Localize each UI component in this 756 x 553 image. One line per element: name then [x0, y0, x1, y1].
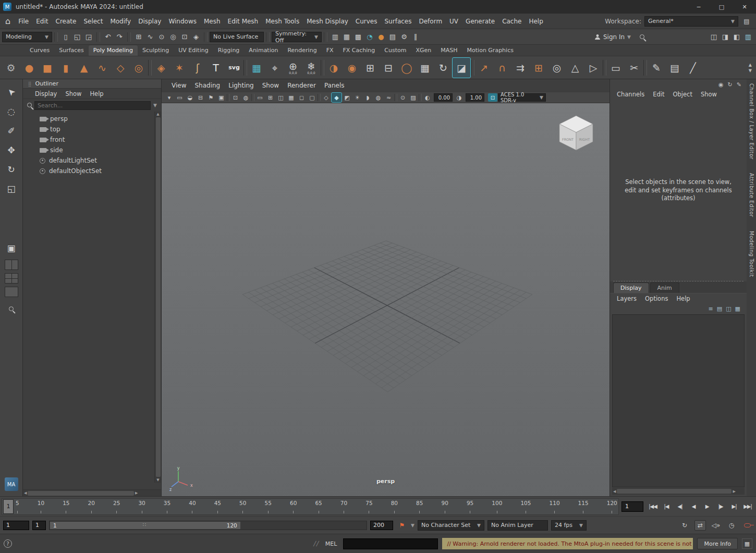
titlebar[interactable]: M untitled* - Autodesk MAYA 2024: untitl…: [0, 0, 756, 14]
shelf-scroll-up-icon[interactable]: ▲: [749, 63, 752, 67]
shelf-scroll-down-icon[interactable]: ▼: [749, 68, 752, 73]
snap-to-point-icon[interactable]: ⊙: [156, 31, 167, 43]
paint-select-tool[interactable]: ✐: [4, 123, 19, 139]
svg-tool-icon[interactable]: svg: [225, 58, 243, 78]
platonic-solid-icon[interactable]: ◈: [152, 58, 170, 78]
isolate-select-icon[interactable]: ⊙: [398, 93, 408, 102]
separator[interactable]: [603, 60, 606, 76]
menu-item[interactable]: Cache: [498, 17, 525, 26]
minimize-button[interactable]: ─: [687, 0, 710, 14]
separator[interactable]: [643, 60, 647, 76]
separator[interactable]: [318, 94, 321, 101]
outliner-item-side[interactable]: side: [23, 145, 154, 155]
zoom-tool-icon[interactable]: [4, 301, 19, 316]
sync-icon[interactable]: ↻: [728, 81, 733, 88]
outliner-menu-item[interactable]: Help: [86, 90, 107, 98]
script-editor-icon[interactable]: ▦: [742, 538, 752, 549]
outliner-search-input[interactable]: [34, 101, 151, 110]
poly-cylinder-icon[interactable]: ▮: [57, 58, 75, 78]
outliner-item-front[interactable]: front: [23, 134, 154, 145]
layers-sort-icon[interactable]: ≡: [709, 305, 713, 312]
bridge-icon[interactable]: ∩: [493, 58, 511, 78]
quad-draw-icon[interactable]: ✎: [648, 58, 665, 78]
make-object-live-icon[interactable]: ◈: [190, 31, 202, 43]
new-scene-icon[interactable]: ▯: [60, 31, 71, 43]
sidebar-tab[interactable]: Modeling Toolkit: [749, 231, 754, 277]
select-tool[interactable]: ➤: [4, 84, 19, 100]
character-set-selector[interactable]: No Character Set ▼: [418, 520, 484, 531]
rotate-tool[interactable]: ↻: [4, 162, 19, 177]
open-scene-icon[interactable]: ◱: [71, 31, 83, 43]
menu-item[interactable]: Windows: [165, 17, 200, 26]
current-time-marker[interactable]: 1: [3, 499, 14, 514]
make-live-grid-icon[interactable]: ▤: [666, 58, 684, 78]
move-tool[interactable]: ✥: [4, 142, 19, 158]
separator[interactable]: [419, 94, 422, 101]
sweep-mesh-icon[interactable]: ✶: [170, 58, 188, 78]
outliner-menu-item[interactable]: Show: [62, 90, 85, 98]
menu-item[interactable]: Display: [135, 17, 165, 26]
sidebar-tab[interactable]: Attribute Editor: [749, 173, 754, 217]
sidebar-tab[interactable]: Channel Box / Layer Editor: [749, 83, 754, 159]
shelf-tab[interactable]: FX: [322, 45, 338, 56]
shelf-tab[interactable]: MASH: [436, 45, 462, 56]
outliner-item-persp[interactable]: persp: [23, 114, 154, 124]
layer-editor-menu-item[interactable]: Options: [641, 294, 672, 303]
menu-set-selector[interactable]: Modeling ▼: [2, 32, 52, 42]
redo-icon[interactable]: ↷: [114, 31, 125, 43]
separator[interactable]: [321, 60, 324, 76]
scroll-right-arrow-icon[interactable]: ▶: [733, 489, 735, 494]
time-slider-track[interactable]: 1 51015202530354045505560657075808590951…: [2, 498, 619, 515]
channel-box-menu-item[interactable]: Channels: [613, 90, 648, 99]
project-curve-icon[interactable]: ⇉: [511, 58, 529, 78]
booleans-icon[interactable]: ◉: [343, 58, 361, 78]
xray-icon[interactable]: ▨: [408, 93, 418, 102]
layers-options-icon[interactable]: ▤: [717, 305, 722, 312]
menu-item[interactable]: Generate: [462, 17, 498, 26]
extrude-icon[interactable]: ↗: [475, 58, 493, 78]
menu-item[interactable]: Select: [80, 17, 106, 26]
menu-item[interactable]: File: [15, 17, 32, 26]
view-transform-icon[interactable]: ⊡: [488, 93, 497, 102]
exposure-field[interactable]: 0.00: [434, 93, 453, 102]
scale-tool[interactable]: ◱: [4, 181, 19, 196]
auto-keyframe-icon[interactable]: [741, 520, 753, 531]
poly-cone-icon[interactable]: ▲: [75, 58, 93, 78]
range-slider-track[interactable]: 1 120 ∷: [49, 521, 367, 530]
shelf-tab[interactable]: Animation: [244, 45, 283, 56]
outliner-tree[interactable]: persp top front side: [23, 112, 161, 489]
symmetry-selector[interactable]: Symmetry: Off ▼: [272, 32, 322, 42]
panel-grip-icon[interactable]: ▾: [164, 93, 174, 102]
safe-title-icon[interactable]: ▢: [307, 93, 317, 102]
smooth-icon[interactable]: ◯: [398, 58, 416, 78]
gamma-icon[interactable]: ◑: [454, 93, 464, 102]
channel-box-menu-item[interactable]: Edit: [649, 90, 668, 99]
shelf-tab[interactable]: Custom: [380, 45, 411, 56]
poly-plane-icon[interactable]: ◇: [112, 58, 129, 78]
search-icon[interactable]: [636, 31, 648, 43]
snap-to-view-plane-icon[interactable]: ⊡: [179, 31, 190, 43]
poly-helix-icon[interactable]: ∿: [93, 58, 111, 78]
save-scene-icon[interactable]: ◲: [83, 31, 94, 43]
pause-evaluation-icon[interactable]: ‖: [410, 31, 421, 43]
more-info-button[interactable]: More Info: [697, 538, 738, 549]
multi-cut-icon[interactable]: ✂: [625, 58, 643, 78]
construction-plane-icon[interactable]: ▦: [248, 58, 265, 78]
command-language-toggle[interactable]: MEL: [323, 540, 339, 547]
shelf-tab[interactable]: Rendering: [283, 45, 321, 56]
filter-dropdown-icon[interactable]: ▼: [153, 103, 157, 108]
play-backwards-button[interactable]: ◀: [687, 500, 700, 513]
play-forward-button[interactable]: ▶: [700, 500, 714, 513]
use-all-lights-icon[interactable]: ☀: [352, 93, 362, 102]
separator[interactable]: [394, 94, 397, 101]
subdivide-icon[interactable]: ▦: [416, 58, 434, 78]
step-back-frame-button[interactable]: ◀|: [673, 500, 687, 513]
viewport-canvas[interactable]: FRONT RIGHT y x z persp: [162, 103, 609, 496]
bookmark-icon[interactable]: ⚑: [396, 520, 408, 531]
playback-start-field[interactable]: 1: [32, 521, 46, 530]
motion-blur-icon[interactable]: ≈: [384, 93, 394, 102]
curve-warp-icon[interactable]: ʃ: [189, 58, 206, 78]
snap-to-grid-icon[interactable]: ⊞: [133, 31, 144, 43]
exposure-icon[interactable]: ◐: [422, 93, 432, 102]
lock-camera-icon[interactable]: ◒: [185, 93, 195, 102]
